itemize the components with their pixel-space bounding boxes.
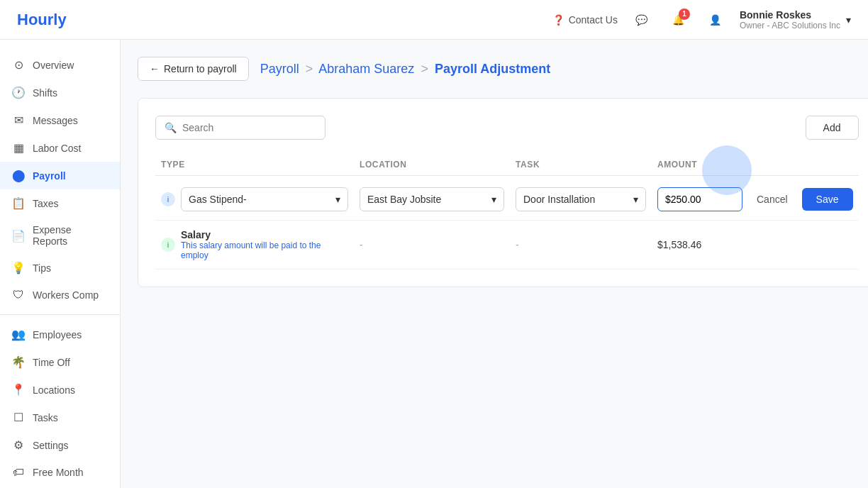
layout: ⊙ Overview 🕐 Shifts ✉ Messages ▦ Labor C… <box>0 40 868 488</box>
user-info: Bonnie Roskes Owner - ABC Solutions Inc <box>740 9 840 30</box>
user-name: Bonnie Roskes <box>740 9 840 21</box>
add-button[interactable]: Add <box>806 116 859 140</box>
settings-icon: ⚙ <box>11 438 26 452</box>
row1-info-icon: i <box>161 192 175 206</box>
salary-description: This salary amount will be paid to the e… <box>181 240 348 260</box>
breadcrumb-payroll[interactable]: Payroll <box>260 62 299 76</box>
sidebar-item-locations[interactable]: 📍 Locations <box>0 376 120 404</box>
row2-location-cell: - <box>354 239 510 250</box>
salary-row: i Salary This salary amount will be paid… <box>155 221 859 270</box>
contact-us-button[interactable]: ❓ Contact Us <box>552 14 618 26</box>
sidebar-divider <box>0 314 120 315</box>
workers-comp-icon: 🛡 <box>11 289 26 301</box>
messages-icon: ✉ <box>11 113 26 127</box>
row2-task-cell: - <box>510 239 652 250</box>
employees-icon: 👥 <box>11 328 26 341</box>
breadcrumb-sep1: > <box>306 62 313 76</box>
sidebar-item-tasks[interactable]: ☐ Tasks <box>0 404 120 431</box>
row1-type-chevron: ▾ <box>335 194 340 205</box>
page-header: ← Return to payroll Payroll > Abraham Su… <box>138 57 868 81</box>
row2-amount-cell: $1,538.46 <box>652 239 859 250</box>
free-month-icon: 🏷 <box>11 466 26 479</box>
col-amount: AMOUNT <box>652 160 859 170</box>
row1-location-cell: East Bay Jobsite ▾ <box>354 187 510 211</box>
table-header: TYPE LOCATION TASK AMOUNT <box>155 154 859 176</box>
tips-icon: 💡 <box>11 261 26 274</box>
messages-button[interactable]: 💬 <box>629 7 655 33</box>
toolbar: 🔍 Add <box>155 116 859 140</box>
breadcrumb: Payroll > Abraham Suarez > Payroll Adjus… <box>260 62 551 77</box>
topnav: Hourly ❓ Contact Us 💬 🔔 1 👤 Bonnie Roske… <box>0 0 868 40</box>
search-icon: 🔍 <box>165 122 177 133</box>
back-arrow-icon: ← <box>150 63 160 74</box>
row1-location-chevron: ▾ <box>491 194 496 205</box>
row2-info-icon: i <box>161 238 175 252</box>
table-row: i Gas Stipend- ▾ East Bay Jobsite ▾ <box>155 179 859 221</box>
content-card: 🔍 Add TYPE LOCATION TASK AMOUNT i Gas St… <box>138 98 868 287</box>
sidebar-item-workers-comp[interactable]: 🛡 Workers Comp <box>0 282 120 309</box>
sidebar-item-messages[interactable]: ✉ Messages <box>0 106 120 134</box>
sidebar-item-overview[interactable]: ⊙ Overview <box>0 51 120 79</box>
search-input[interactable] <box>182 122 316 133</box>
app-logo: Hourly <box>17 11 67 29</box>
col-location: LOCATION <box>354 160 510 170</box>
shifts-icon: 🕐 <box>11 86 26 99</box>
user-company: Owner - ABC Solutions Inc <box>740 21 840 30</box>
sidebar-item-free-month[interactable]: 🏷 Free Month <box>0 459 120 486</box>
person-icon: 👤 <box>709 14 721 26</box>
sidebar: ⊙ Overview 🕐 Shifts ✉ Messages ▦ Labor C… <box>0 40 121 488</box>
save-button[interactable]: Save <box>802 188 853 211</box>
chevron-down-icon: ▾ <box>846 14 851 26</box>
help-icon: ❓ <box>552 14 564 26</box>
labor-cost-icon: ▦ <box>11 141 26 155</box>
sidebar-item-time-off[interactable]: 🌴 Time Off <box>0 348 120 376</box>
col-type: TYPE <box>155 160 354 170</box>
col-task: TASK <box>510 160 652 170</box>
topnav-right: ❓ Contact Us 💬 🔔 1 👤 Bonnie Roskes Owner… <box>552 7 851 33</box>
breadcrumb-sep2: > <box>421 62 428 76</box>
cancel-button[interactable]: Cancel <box>748 188 796 211</box>
tasks-icon: ☐ <box>11 411 26 424</box>
breadcrumb-current: Payroll Adjustment <box>435 62 550 76</box>
main-content: ← Return to payroll Payroll > Abraham Su… <box>121 40 868 488</box>
time-off-icon: 🌴 <box>11 355 26 369</box>
taxes-icon: 📋 <box>11 196 26 210</box>
row1-task-chevron: ▾ <box>633 194 638 205</box>
user-icon-button[interactable]: 👤 <box>703 7 728 33</box>
breadcrumb-employee[interactable]: Abraham Suarez <box>318 62 414 76</box>
salary-label: Salary <box>181 229 348 240</box>
row2-type-cell: i Salary This salary amount will be paid… <box>155 229 354 260</box>
payroll-icon: ⬤ <box>11 169 26 182</box>
sidebar-item-expense-reports[interactable]: 📄 Expense Reports <box>0 217 120 254</box>
return-to-payroll-button[interactable]: ← Return to payroll <box>138 57 249 81</box>
sidebar-item-shifts[interactable]: 🕐 Shifts <box>0 79 120 106</box>
row1-task-select[interactable]: Door Installation ▾ <box>516 187 646 211</box>
row1-amount-cell: Cancel Save <box>652 187 859 211</box>
sidebar-item-taxes[interactable]: 📋 Taxes <box>0 189 120 217</box>
notification-badge: 1 <box>679 9 690 20</box>
sidebar-item-employees[interactable]: 👥 Employees <box>0 321 120 348</box>
row1-task-cell: Door Installation ▾ <box>510 187 652 211</box>
sidebar-item-payroll[interactable]: ⬤ Payroll <box>0 162 120 189</box>
row1-amount-input[interactable] <box>657 187 742 211</box>
overview-icon: ⊙ <box>11 58 26 72</box>
sidebar-item-tips[interactable]: 💡 Tips <box>0 254 120 282</box>
locations-icon: 📍 <box>11 383 26 396</box>
row1-type-cell: i Gas Stipend- ▾ <box>155 187 354 211</box>
row1-location-select[interactable]: East Bay Jobsite ▾ <box>360 187 504 211</box>
sidebar-item-labor-cost[interactable]: ▦ Labor Cost <box>0 134 120 162</box>
row1-type-select[interactable]: Gas Stipend- ▾ <box>181 187 348 211</box>
user-menu[interactable]: Bonnie Roskes Owner - ABC Solutions Inc … <box>740 9 851 30</box>
notifications-button[interactable]: 🔔 1 <box>666 7 691 33</box>
chat-icon: 💬 <box>635 14 647 26</box>
sidebar-item-settings[interactable]: ⚙ Settings <box>0 431 120 459</box>
search-box[interactable]: 🔍 <box>155 116 326 140</box>
expense-reports-icon: 📄 <box>11 229 26 243</box>
